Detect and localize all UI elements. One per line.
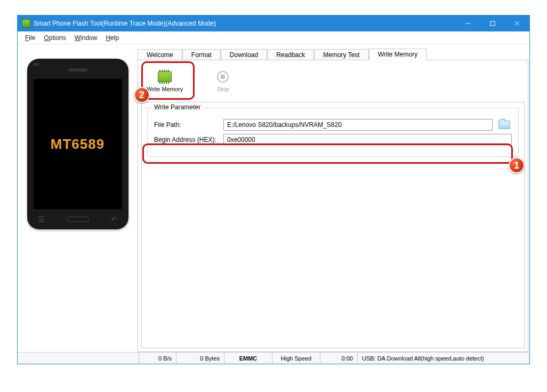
- file-path-label: File Path:: [154, 121, 223, 129]
- stop-icon: [217, 71, 229, 83]
- app-icon: [22, 19, 30, 28]
- toolbar: Write Memory Stop: [141, 63, 525, 99]
- write-parameter-group: Write Parameter File Path: Begin Address…: [147, 108, 519, 157]
- stop-button[interactable]: Stop: [215, 70, 231, 92]
- close-button[interactable]: [505, 15, 529, 31]
- file-path-input[interactable]: [223, 119, 493, 131]
- status-usb: USB: DA Download All(high speed,auto det…: [358, 353, 529, 364]
- right-pane: Welcome Format Download Readback Memory …: [138, 45, 529, 352]
- write-memory-button[interactable]: Write Memory: [147, 70, 183, 92]
- begin-address-input[interactable]: [223, 134, 512, 146]
- content-scroll: Write Parameter File Path: Begin Address…: [141, 102, 525, 348]
- begin-address-label: Begin Address (HEX):: [154, 136, 223, 143]
- tab-bar: Welcome Format Download Readback Memory …: [138, 47, 528, 60]
- tab-download[interactable]: Download: [221, 49, 267, 60]
- maximize-button[interactable]: [480, 15, 505, 31]
- tab-content: Write Memory Stop Write Parameter File P…: [138, 60, 528, 352]
- phone-preview: BM MT6589 ☰ ↶: [27, 59, 128, 229]
- status-speed: High Speed: [272, 353, 320, 364]
- home-button-icon: [67, 217, 89, 222]
- memory-chip-icon: [158, 71, 172, 82]
- menubar: File Options Window Help: [18, 31, 529, 44]
- tab-readback[interactable]: Readback: [267, 49, 314, 60]
- tab-welcome[interactable]: Welcome: [138, 49, 182, 60]
- app-window: Smart Phone Flash Tool(Runtime Trace Mod…: [17, 15, 530, 364]
- tab-write-memory[interactable]: Write Memory: [369, 49, 427, 60]
- phone-brand: BM: [34, 62, 40, 67]
- status-rate: 0 B/s: [139, 353, 176, 364]
- status-storage: EMMC: [224, 353, 272, 364]
- browse-button[interactable]: [497, 119, 512, 131]
- chip-label: MT6589: [51, 136, 104, 153]
- tab-format[interactable]: Format: [182, 49, 221, 60]
- phone-speaker: [68, 68, 87, 71]
- folder-icon: [498, 121, 510, 129]
- statusbar: 0 B/s 0 Bytes EMMC High Speed 0:00 USB: …: [18, 352, 529, 364]
- titlebar[interactable]: Smart Phone Flash Tool(Runtime Trace Mod…: [18, 15, 529, 31]
- menu-window[interactable]: Window: [70, 33, 102, 43]
- tab-memory-test[interactable]: Memory Test: [314, 49, 368, 60]
- back-soft-key-icon: ↶: [111, 215, 117, 223]
- svg-rect-1: [490, 21, 495, 26]
- stop-button-label: Stop: [217, 86, 229, 92]
- group-legend: Write Parameter: [152, 103, 203, 111]
- status-bytes: 0 Bytes: [176, 353, 224, 364]
- menu-options[interactable]: Options: [39, 33, 70, 43]
- phone-screen: MT6589: [34, 79, 122, 209]
- status-time: 0:00: [320, 353, 358, 364]
- minimize-button[interactable]: [456, 15, 480, 31]
- menu-file[interactable]: File: [21, 33, 39, 43]
- write-memory-button-label: Write Memory: [147, 86, 183, 92]
- menu-soft-key-icon: ☰: [38, 215, 45, 223]
- menu-help[interactable]: Help: [101, 33, 123, 43]
- status-empty: [18, 353, 139, 364]
- left-pane: BM MT6589 ☰ ↶: [18, 45, 138, 352]
- window-title: Smart Phone Flash Tool(Runtime Trace Mod…: [34, 20, 456, 27]
